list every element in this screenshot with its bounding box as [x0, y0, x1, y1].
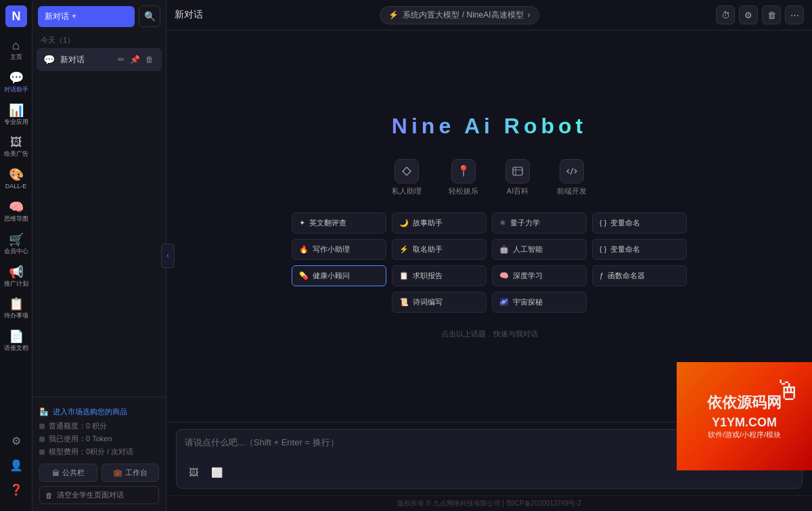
sidebar: N ⌂ 主页 💬 对话助手 📊 专业应用 🖼 绘美广告 🎨 DALL-E 🧠 思…	[0, 0, 32, 511]
topic-btn-14[interactable]: 🌌 宇宙探秘	[492, 292, 587, 313]
watermark-url: Y1YM.COM	[712, 416, 777, 430]
personal-icon	[394, 159, 419, 183]
topic-label-11: 深度学习	[513, 271, 543, 281]
category-encyclopedia[interactable]: AI百科	[505, 159, 530, 196]
chat-list-item[interactable]: 💬 新对话 ✏ 📌 🗑	[37, 48, 162, 71]
entertainment-label: 轻松娱乐	[449, 186, 478, 196]
edit-chat-btn[interactable]: ✏	[116, 53, 126, 66]
sidebar-item-dalle[interactable]: 🎨 DALL-E	[0, 163, 32, 196]
code-tool-btn[interactable]: ⬜	[208, 464, 225, 481]
topic-btn-2[interactable]: 🌙 故事助手	[392, 213, 487, 234]
image-tool-btn[interactable]: 🖼	[185, 464, 202, 481]
category-frontend[interactable]: 前端开发	[557, 159, 587, 196]
sidebar-item-expert[interactable]: 📊 专业应用	[0, 99, 32, 131]
topic-btn-6[interactable]: ⚡ 取名助手	[392, 239, 487, 260]
market-icon: 🏪	[39, 407, 49, 416]
sidebar-help-btn[interactable]: ❓	[5, 479, 27, 500]
market-link[interactable]: 🏪 进入市场选购您的商品	[39, 404, 159, 420]
history-btn[interactable]: ⏱	[716, 5, 735, 24]
sidebar-user-btn[interactable]: 👤	[5, 454, 27, 476]
chevron-right-icon: ›	[528, 10, 531, 20]
category-personal[interactable]: 私人助理	[392, 159, 422, 196]
topic-label-14: 宇宙探秘	[513, 297, 543, 307]
sidebar-item-promote[interactable]: 📢 推广计划	[0, 261, 32, 293]
search-button[interactable]: 🔍	[139, 5, 160, 27]
topic-btn-9[interactable]: 💊 健康小顾问	[292, 265, 386, 286]
image-tool-icon: 🖼	[189, 467, 198, 478]
sidebar-item-chat-label: 对话助手	[4, 86, 28, 93]
model-text: 系统内置大模型 / NineAI高速模型	[403, 9, 523, 21]
footer: 版权所有 © 九点网络科技有限公司 | 鄂ICP备2020013749号-2	[166, 495, 812, 511]
chat-list-panel: 新对话 + 🔍 今天（1） 💬 新对话 ✏ 📌 🗑 🏪 进入市场选购您的商品	[32, 0, 166, 511]
public-btn[interactable]: 🏛 公共栏	[39, 464, 97, 482]
history-icon: ⏱	[721, 10, 730, 20]
topic-label-3: 量子力学	[510, 218, 540, 228]
pin-chat-btn[interactable]: 📌	[129, 53, 141, 66]
delete-chat-btn[interactable]: 🗑	[144, 53, 155, 66]
main-title: 新对话	[175, 9, 203, 21]
topbar-more-btn[interactable]: ⋯	[785, 5, 804, 24]
topbar-actions: ⏱ ⚙ 🗑 ⋯	[716, 5, 804, 24]
topic-icon-1: ✦	[299, 219, 305, 227]
sidebar-settings-btn[interactable]: ⚙	[5, 430, 27, 451]
workspace-btn[interactable]: 💼 工作台	[102, 464, 160, 482]
topic-btn-11[interactable]: 🧠 深度学习	[492, 265, 587, 286]
app-logo[interactable]: N	[5, 5, 27, 27]
topic-btn-1[interactable]: ✦ 英文翻评查	[292, 213, 386, 234]
encyclopedia-icon	[505, 159, 530, 183]
topic-btn-8[interactable]: { } 变量命名	[592, 239, 687, 260]
personal-label: 私人助理	[392, 186, 422, 196]
topic-btn-13[interactable]: 📜 诗词编写	[392, 292, 487, 313]
topbar-settings-btn[interactable]: ⚙	[739, 5, 758, 24]
sidebar-item-tasks[interactable]: 📋 待办事项	[0, 292, 32, 325]
sidebar-item-chat[interactable]: 💬 对话助手	[0, 66, 32, 99]
sidebar-item-ads-label: 绘美广告	[4, 150, 28, 158]
welcome-title: Nine Ai Robot	[392, 114, 587, 139]
watermark-cursor-icon: 🖱	[775, 376, 802, 406]
topic-icon-11: 🧠	[499, 271, 509, 280]
svg-rect-2	[513, 167, 522, 175]
sidebar-item-docs[interactable]: 📄 语雀文档	[0, 325, 32, 357]
topic-icon-2: 🌙	[399, 219, 409, 227]
topic-label-8: 变量命名	[610, 244, 640, 254]
topic-btn-3[interactable]: ⚛ 量子力学	[492, 213, 587, 234]
sidebar-item-shop[interactable]: 🛒 会员中心	[0, 228, 32, 261]
topic-icon-4: { }	[600, 219, 606, 227]
clear-button[interactable]: 🗑 清空全学生页面对话	[39, 486, 159, 504]
chat-item-title: 新对话	[60, 54, 111, 66]
balance-dot	[39, 424, 45, 429]
sidebar-item-ads[interactable]: 🖼 绘美广告	[0, 131, 32, 163]
topic-btn-10[interactable]: 📋 求职报告	[392, 265, 487, 286]
sidebar-item-home[interactable]: ⌂ 主页	[0, 34, 32, 66]
topic-btn-7[interactable]: 🤖 人工智能	[492, 239, 587, 260]
topic-label-2: 故事助手	[413, 218, 443, 228]
code-tool-icon: ⬜	[211, 467, 223, 478]
delete-icon: 🗑	[767, 10, 776, 20]
watermark-category: 软件/游戏/小程序/模块	[708, 430, 781, 440]
main-area: 新对话 ⚡ 系统内置大模型 / NineAI高速模型 › ⏱ ⚙ 🗑 ⋯ Nin…	[166, 0, 812, 511]
new-chat-button[interactable]: 新对话 +	[38, 6, 135, 27]
category-entertainment[interactable]: 📍 轻松娱乐	[449, 159, 478, 196]
topic-icon-7: 🤖	[499, 245, 509, 254]
sidebar-item-expert-label: 专业应用	[4, 118, 28, 126]
topic-label-4: 变量命名	[610, 218, 640, 228]
topic-btn-4[interactable]: { } 变量命名	[592, 213, 687, 234]
model-selector[interactable]: ⚡ 系统内置大模型 / NineAI高速模型 ›	[380, 6, 539, 24]
topic-icon-8: { }	[600, 245, 606, 253]
sidebar-item-shop-label: 会员中心	[4, 248, 28, 255]
settings-icon: ⚙	[744, 10, 752, 20]
balance-info: 普通额度：0 积分	[39, 420, 159, 432]
svg-line-5	[570, 168, 573, 175]
public-label: 公共栏	[62, 468, 85, 478]
frontend-label: 前端开发	[557, 186, 587, 196]
collapse-panel-btn[interactable]: ‹	[161, 244, 175, 268]
topic-label-1: 英文翻评查	[309, 218, 346, 228]
sidebar-item-mindmap-label: 思维导图	[4, 215, 28, 223]
cost-label: 模型费用：0积分 / 次对话	[49, 447, 133, 457]
sidebar-item-mindmap[interactable]: 🧠 思维导图	[0, 196, 32, 228]
topic-btn-12[interactable]: ƒ 函数命名器	[592, 265, 687, 286]
ads-icon: 🖼	[10, 136, 22, 148]
topbar-delete-btn[interactable]: 🗑	[762, 5, 781, 24]
topic-btn-5[interactable]: 🔥 写作小助理	[292, 239, 386, 260]
more-icon: ⋯	[790, 10, 799, 20]
